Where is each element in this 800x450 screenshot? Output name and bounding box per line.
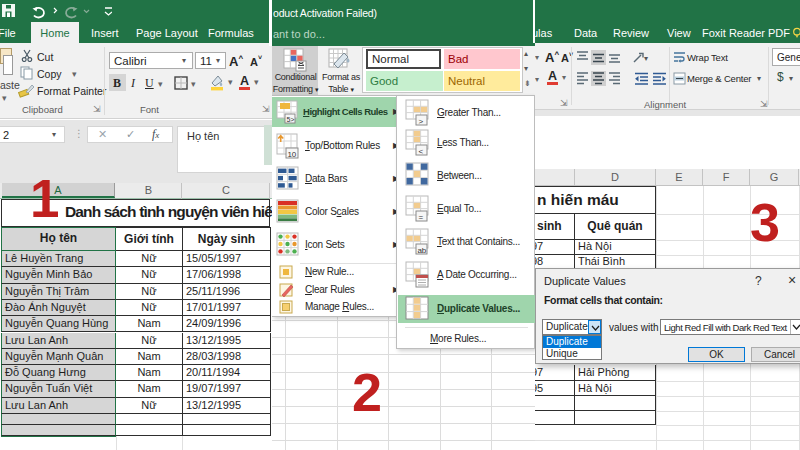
svg-text:<: < — [419, 147, 424, 156]
svg-text:10: 10 — [288, 150, 297, 159]
svg-text:5>: 5> — [287, 116, 295, 123]
svg-text:=: = — [419, 213, 424, 222]
svg-text:ab: ab — [418, 246, 427, 255]
svg-text:▾: ▾ — [644, 54, 648, 63]
svg-text:>: > — [419, 117, 424, 126]
